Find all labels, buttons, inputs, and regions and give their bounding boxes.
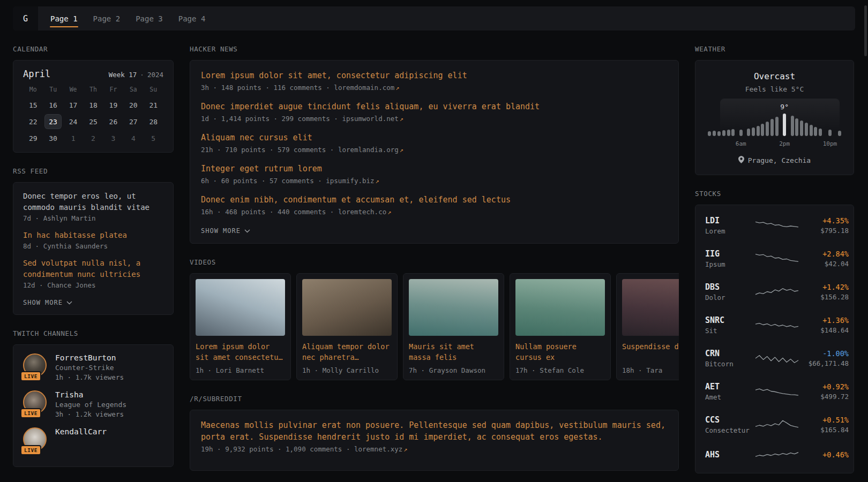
video-thumbnail[interactable]: [196, 279, 285, 336]
stock-row[interactable]: LDI Lorem +4.35% $795.18: [705, 209, 844, 242]
hackernews-show-more-button[interactable]: SHOW MORE: [201, 225, 250, 237]
hackernews-item-meta: 21h · 710 points · 579 comments · loreml…: [201, 146, 668, 154]
video-title-link[interactable]: Nullam posuere cursus ex: [515, 341, 605, 363]
page-tab[interactable]: Page 2: [93, 6, 121, 31]
hackernews-item: Integer eget rutrum lorem 6h · 60 points…: [201, 163, 668, 185]
calendar-day: 16: [43, 98, 63, 112]
hackernews-item-domain-link[interactable]: loremtech.co: [338, 208, 386, 216]
subreddit-widget: /R/SUBREDDIT Maecenas mollis pulvinar er…: [190, 395, 679, 471]
video-card[interactable]: Nullam posuere cursus ex 17h · Stefan Co…: [510, 273, 611, 380]
hackernews-item-domain-link[interactable]: ipsumify.biz: [326, 177, 374, 185]
weather-hour-column: [804, 123, 809, 147]
rss-item-link[interactable]: Donec tempor eros leo, ut commodo mauris…: [23, 191, 163, 213]
video-meta: 17h · Stefan Cole: [515, 366, 605, 374]
app-logo[interactable]: G: [13, 6, 38, 31]
stock-row[interactable]: CCS Consectetur +0.51% $165.84: [705, 408, 844, 441]
video-thumbnail[interactable]: [515, 279, 605, 336]
rss-item-meta: 8d · Cynthia Saunders: [23, 242, 163, 250]
rss-item: In hac habitasse platea 8d · Cynthia Sau…: [23, 230, 163, 250]
video-thumbnail[interactable]: [622, 279, 679, 336]
stock-id: DBS Dolor: [705, 282, 755, 302]
hackernews-item-link[interactable]: Integer eget rutrum lorem: [201, 163, 668, 175]
weather-bar: [739, 130, 743, 136]
weather-hour-column: [813, 127, 818, 147]
stock-row[interactable]: AET Amet +0.92% $499.72: [705, 375, 844, 408]
stock-price: $148.64: [798, 326, 849, 334]
weather-hour-column: [746, 129, 751, 147]
weather-bar: [731, 129, 735, 136]
video-title-link[interactable]: Aliquam tempor dolor nec pharetra…: [302, 341, 392, 363]
stock-row[interactable]: AHS +0.46%: [705, 441, 844, 469]
video-title-link[interactable]: Mauris sit amet massa felis: [409, 341, 498, 363]
video-card[interactable]: Mauris sit amet massa felis 7h · Grayson…: [403, 273, 504, 380]
stock-symbol: SNRC: [705, 315, 755, 325]
subreddit-section-title: /R/SUBREDDIT: [190, 395, 679, 403]
calendar-day-number: 27: [125, 115, 141, 129]
right-column: WEATHER Overcast Feels like 5°C: [695, 45, 854, 482]
weather-hour-column: [837, 131, 842, 147]
video-thumbnail[interactable]: [302, 279, 392, 336]
scrollbar[interactable]: [864, 5, 867, 56]
video-meta: 1h · Lori Barnett: [196, 366, 285, 374]
rss-show-more-button[interactable]: SHOW MORE: [23, 297, 72, 308]
live-badge: LIVE: [20, 371, 41, 381]
video-card[interactable]: Lorem ipsum dolor sit amet consectetu… 1…: [190, 273, 291, 380]
video-card[interactable]: Aliquam tempor dolor nec pharetra… 1h · …: [296, 273, 398, 380]
video-thumbnail[interactable]: [409, 279, 498, 336]
weather-widget: WEATHER Overcast Feels like 5°C: [695, 45, 854, 175]
stock-price: $499.72: [798, 393, 849, 401]
weather-hour-column: [751, 127, 755, 147]
video-title-link[interactable]: Suspendisse diam: [622, 341, 679, 363]
calendar-day: 30: [43, 131, 63, 145]
time-axis-label: 10pm: [823, 140, 837, 147]
weather-hour-column: [809, 125, 813, 147]
calendar-dow-label: Fr: [109, 86, 117, 93]
stock-symbol: AHS: [705, 450, 755, 460]
hackernews-item-domain-link[interactable]: loremdomain.com: [334, 84, 394, 92]
stock-price: $795.18: [798, 227, 849, 235]
hackernews-item-domain-link[interactable]: loremlandia.org: [338, 146, 399, 154]
channel-name-link[interactable]: ForrestBurton: [55, 353, 124, 362]
hackernews-item-link[interactable]: Donec imperdiet augue tincidunt felis al…: [201, 101, 668, 112]
weather-hour-column: [717, 131, 722, 147]
avatar-wrap: LIVE: [23, 427, 48, 452]
hackernews-item-domain-link[interactable]: ipsumworld.net: [342, 115, 398, 123]
calendar-day-number: 30: [45, 131, 61, 145]
stock-symbol: CCS: [705, 415, 755, 425]
subreddit-item-domain-link[interactable]: loremnet.xyz: [354, 445, 402, 453]
stock-row[interactable]: IIG Ipsum +2.84% $42.04: [705, 242, 844, 275]
page-tab[interactable]: Page 4: [178, 6, 206, 31]
stock-row[interactable]: CRN Bitcorn -1.00% $66,171.48: [705, 342, 844, 375]
chevron-down-icon: [244, 229, 250, 233]
weather-hour-column: [731, 129, 736, 147]
video-card[interactable]: Suspendisse diam 18h · Tara: [616, 273, 679, 380]
time-axis-label: 6am: [736, 140, 746, 147]
stock-sparkline: [755, 448, 798, 462]
page-tab[interactable]: Page 3: [135, 6, 163, 31]
weather-bar: [838, 131, 841, 136]
weather-bar: [713, 131, 716, 136]
video-title-link[interactable]: Lorem ipsum dolor sit amet consectetu…: [196, 341, 285, 363]
page-tab[interactable]: Page 1: [50, 6, 78, 31]
video-meta: 18h · Tara: [622, 366, 679, 374]
hackernews-item-link[interactable]: Donec enim nibh, condimentum et accumsan…: [201, 194, 668, 206]
subreddit-item-link[interactable]: Maecenas mollis pulvinar erat non posuer…: [201, 419, 668, 443]
rss-item-link[interactable]: Sed volutpat nulla nisl, a condimentum n…: [23, 258, 163, 280]
channel-name-link[interactable]: KendallCarr: [55, 427, 107, 436]
hackernews-item-link[interactable]: Aliquam nec cursus elit: [201, 132, 668, 144]
calendar-dow-label: Tu: [49, 86, 57, 93]
stock-row[interactable]: SNRC Sit +1.36% $148.64: [705, 308, 844, 342]
hackernews-item-stats: 16h · 468 points · 440 comments ·: [201, 208, 338, 216]
calendar-day-number: 1: [65, 131, 81, 145]
stock-change: -1.00%: [798, 349, 849, 358]
calendar-month: April: [23, 69, 50, 79]
stock-symbol: IIG: [705, 249, 755, 259]
hackernews-item-link[interactable]: Lorem ipsum dolor sit amet, consectetur …: [201, 70, 668, 81]
stock-row[interactable]: DBS Dolor +1.42% $156.28: [705, 275, 844, 308]
external-link-icon: ↗: [395, 84, 399, 92]
stock-name: Bitcorn: [705, 360, 755, 368]
channel-name-link[interactable]: Trisha: [55, 390, 126, 399]
stocks-widget: STOCKS LDI Lorem +4.35% $795.18: [695, 190, 854, 473]
rss-item-link[interactable]: In hac habitasse platea: [23, 230, 163, 241]
calendar-day: 20: [123, 98, 143, 112]
